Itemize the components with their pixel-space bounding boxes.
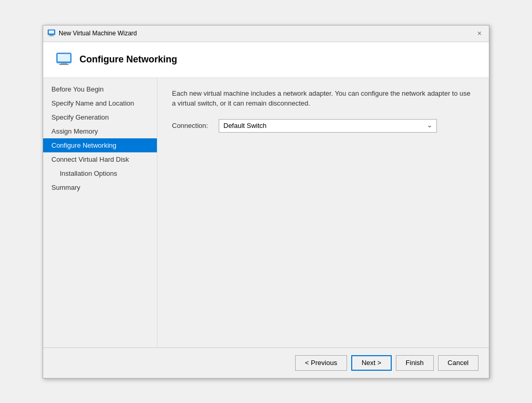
svg-rect-1: [49, 31, 54, 34]
sidebar-item-memory[interactable]: Assign Memory: [43, 124, 157, 138]
connection-row: Connection: Default Switch Not Connected: [172, 119, 474, 133]
connection-label: Connection:: [172, 122, 219, 129]
connection-select-wrapper: Default Switch Not Connected: [219, 119, 437, 133]
sidebar-item-before-you-begin[interactable]: Before You Begin: [43, 82, 157, 96]
header-section: Configure Networking: [43, 42, 489, 78]
svg-rect-2: [50, 35, 53, 36]
header-network-icon: [56, 51, 72, 68]
content-area: Before You Begin Specify Name and Locati…: [43, 78, 489, 347]
svg-rect-3: [49, 36, 54, 36]
page-title: Configure Networking: [79, 54, 177, 65]
sidebar-item-name-location[interactable]: Specify Name and Location: [43, 96, 157, 110]
sidebar-item-installation-options[interactable]: Installation Options: [43, 166, 157, 180]
sidebar-item-generation[interactable]: Specify Generation: [43, 110, 157, 124]
sidebar: Before You Begin Specify Name and Locati…: [43, 78, 157, 347]
wizard-window: New Virtual Machine Wizard × Configure N…: [43, 25, 489, 379]
previous-button[interactable]: < Previous: [295, 355, 347, 371]
svg-rect-8: [59, 64, 69, 65]
cancel-button[interactable]: Cancel: [438, 355, 478, 371]
connection-select[interactable]: Default Switch Not Connected: [219, 119, 437, 133]
sidebar-item-networking[interactable]: Configure Networking: [43, 138, 157, 152]
close-button[interactable]: ×: [474, 29, 485, 38]
footer: < Previous Next > Finish Cancel: [43, 347, 489, 378]
titlebar: New Virtual Machine Wizard ×: [43, 25, 489, 42]
sidebar-item-hard-disk[interactable]: Connect Virtual Hard Disk: [43, 152, 157, 166]
sidebar-item-summary[interactable]: Summary: [43, 180, 157, 194]
window-icon: [47, 29, 56, 37]
finish-button[interactable]: Finish: [396, 355, 434, 371]
svg-rect-7: [61, 63, 67, 64]
window-title: New Virtual Machine Wizard: [59, 30, 474, 37]
next-button[interactable]: Next >: [351, 355, 392, 371]
main-content: Each new virtual machine includes a netw…: [157, 78, 489, 347]
description-text: Each new virtual machine includes a netw…: [172, 88, 473, 109]
svg-rect-6: [58, 55, 63, 56]
